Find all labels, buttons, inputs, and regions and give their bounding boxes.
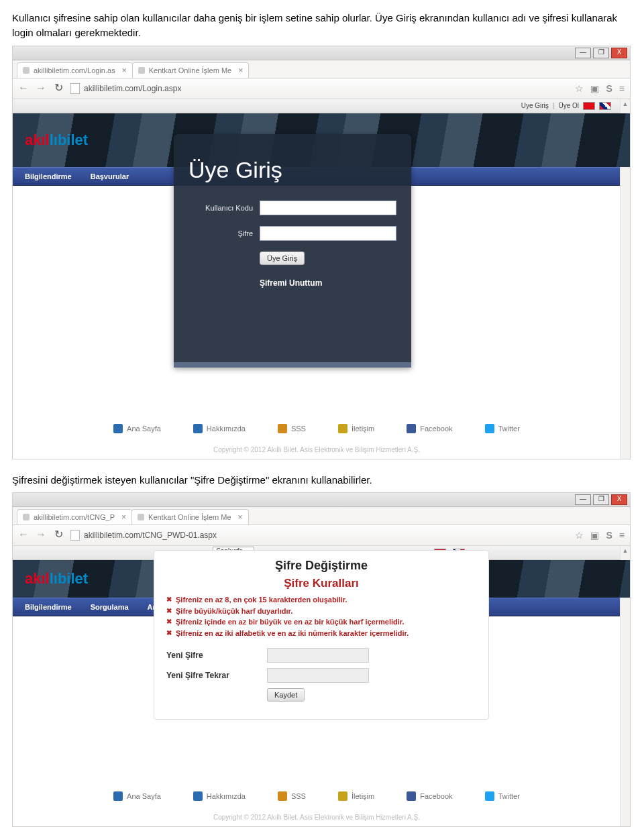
link-register[interactable]: Üye Ol — [558, 102, 579, 109]
footer-link-faq[interactable]: SSS — [278, 424, 306, 433]
flag-tr-icon[interactable] — [583, 102, 595, 110]
page-icon — [70, 530, 80, 541]
footer-link-about[interactable]: Hakkımızda — [193, 424, 246, 433]
username-input[interactable] — [260, 201, 396, 215]
reload-button[interactable]: ↻ — [53, 83, 64, 94]
footer-links: Ana Sayfa Hakkımızda SSS İletişim Facebo… — [13, 419, 621, 439]
forward-button[interactable]: → — [36, 530, 46, 541]
footer-link-home[interactable]: Ana Sayfa — [113, 424, 161, 433]
twitter-icon — [485, 791, 494, 801]
footer-link-twitter[interactable]: Twitter — [485, 791, 520, 801]
tab-label: Kentkart Online İşlem Me — [148, 513, 231, 521]
star-icon[interactable]: ☆ — [575, 530, 584, 541]
screenshot-changepw: — ❐ X akillibiletim.com/tCNG_P× Kentkart… — [12, 492, 631, 827]
tab-2[interactable]: Kentkart Online İşlem Me× — [131, 509, 249, 525]
newpw-label: Yeni Şifre — [166, 651, 267, 660]
close-icon[interactable]: × — [238, 66, 243, 75]
rule-item: Şifreniz içinde en az bir büyük ve en az… — [166, 616, 476, 628]
window-max-button[interactable]: ❐ — [593, 494, 609, 505]
contact-icon — [338, 424, 347, 433]
window-titlebar: — ❐ X — [13, 46, 630, 60]
favicon-icon — [23, 514, 30, 520]
link-member-login[interactable]: Uye Giriş — [521, 102, 549, 109]
login-submit-button[interactable]: Üye Giriş — [260, 252, 305, 265]
window-close-button[interactable]: X — [611, 48, 627, 58]
help-icon — [278, 424, 287, 433]
footer-link-contact[interactable]: İletişim — [338, 791, 374, 801]
rule-item: Şifreniz en az iki alfabetik ve en az ik… — [166, 628, 476, 639]
nav-item[interactable]: Başvurular — [91, 172, 129, 180]
window-min-button[interactable]: — — [575, 48, 591, 58]
forward-button[interactable]: → — [36, 83, 46, 94]
url-input[interactable]: akillibiletim.com/tCNG_PWD-01.aspx — [70, 530, 568, 541]
save-button[interactable]: Kaydet — [267, 688, 305, 702]
browser-tabs: akillibiletim.com/tCNG_P× Kentkart Onlin… — [13, 507, 630, 525]
info-icon — [193, 791, 203, 801]
tab-label: Kentkart Online İşlem Me — [149, 66, 232, 74]
close-icon[interactable]: × — [121, 512, 126, 522]
tab-1[interactable]: akillibiletim.com/Login.as× — [17, 62, 133, 78]
favicon-icon — [138, 514, 144, 520]
nav-item[interactable]: Bilgilendirme — [25, 603, 72, 611]
copyright: Copyright © 2012 Akıllı Bilet. Asis Elek… — [13, 814, 621, 821]
tab-2[interactable]: Kentkart Online İşlem Me× — [132, 62, 250, 78]
site-logo[interactable]: akıllıbilet — [25, 131, 88, 149]
home-icon — [113, 791, 123, 801]
info-icon — [193, 424, 203, 433]
url-text: akillibiletim.com/Login.aspx — [84, 84, 181, 93]
menu-icon[interactable]: ≡ — [619, 83, 625, 94]
footer-link-facebook[interactable]: Facebook — [407, 791, 452, 801]
url-input[interactable]: akillibiletim.com/Login.aspx — [70, 83, 568, 94]
tab-label: akillibiletim.com/tCNG_P — [34, 513, 115, 521]
contact-icon — [338, 791, 347, 801]
login-title: Üye Giriş — [189, 157, 396, 183]
nav-item[interactable]: Bilgilendirme — [25, 172, 72, 180]
menu-icon[interactable]: ≡ — [619, 530, 625, 541]
home-icon — [113, 424, 123, 433]
copyright: Copyright © 2012 Akıllı Bilet. Asis Elek… — [13, 446, 621, 453]
password-input[interactable] — [260, 226, 396, 241]
skype-icon[interactable]: S — [606, 83, 612, 94]
address-bar-row: ← → ↻ akillibiletim.com/tCNG_PWD-01.aspx… — [13, 525, 630, 546]
extension-icon[interactable]: ▣ — [590, 83, 599, 94]
extension-icon[interactable]: ▣ — [590, 530, 599, 541]
site-topbar: Uye Giriş | Üye Ol — [13, 99, 630, 113]
footer-link-about[interactable]: Hakkımızda — [193, 791, 246, 801]
star-icon[interactable]: ☆ — [575, 83, 584, 94]
twitter-icon — [485, 424, 494, 433]
facebook-icon — [407, 791, 416, 801]
reload-button[interactable]: ↻ — [53, 530, 64, 541]
nav-item[interactable]: Sorgulama — [91, 603, 129, 611]
url-text: akillibiletim.com/tCNG_PWD-01.aspx — [84, 531, 217, 540]
footer-link-faq[interactable]: SSS — [278, 791, 306, 801]
reppw-input[interactable] — [267, 668, 369, 683]
back-button[interactable]: ← — [18, 83, 29, 94]
site-logo[interactable]: akıllıbilet — [25, 570, 88, 588]
page-icon — [70, 83, 80, 94]
rules-title: Şifre Kuralları — [166, 577, 476, 590]
browser-toolbar-right: ☆ ▣ S ≡ — [575, 83, 625, 94]
footer-link-twitter[interactable]: Twitter — [485, 424, 520, 433]
window-max-button[interactable]: ❐ — [593, 48, 609, 58]
page-content: ▲ Uye Giriş | Üye Ol akıllıbilet Bilgile… — [13, 99, 630, 459]
footer-link-contact[interactable]: İletişim — [338, 424, 374, 433]
back-button[interactable]: ← — [18, 530, 29, 541]
window-min-button[interactable]: — — [575, 494, 591, 505]
newpw-input[interactable] — [267, 648, 369, 663]
help-icon — [278, 791, 287, 801]
close-icon[interactable]: × — [238, 512, 243, 522]
forgot-password-link[interactable]: Şifremi Unuttum — [260, 278, 396, 288]
paragraph-2: Şifresini değiştirmek isteyen kullanıcıl… — [12, 473, 632, 488]
username-label: Kullanıcı Kodu — [189, 204, 260, 212]
close-icon[interactable]: × — [122, 66, 127, 75]
tab-1[interactable]: akillibiletim.com/tCNG_P× — [17, 509, 132, 525]
flag-uk-icon[interactable] — [599, 102, 611, 110]
address-bar-row: ← → ↻ akillibiletim.com/Login.aspx ☆ ▣ S… — [13, 78, 630, 99]
footer-link-facebook[interactable]: Facebook — [407, 424, 452, 433]
footer-link-home[interactable]: Ana Sayfa — [113, 791, 161, 801]
rule-item: Şifreniz en az 8, en çok 15 karakterden … — [166, 594, 476, 606]
skype-icon[interactable]: S — [606, 530, 612, 541]
window-close-button[interactable]: X — [611, 494, 627, 505]
login-panel: Üye Giriş Kullanıcı Kodu Şifre Üye Giriş… — [174, 134, 411, 368]
window-titlebar: — ❐ X — [13, 493, 630, 507]
